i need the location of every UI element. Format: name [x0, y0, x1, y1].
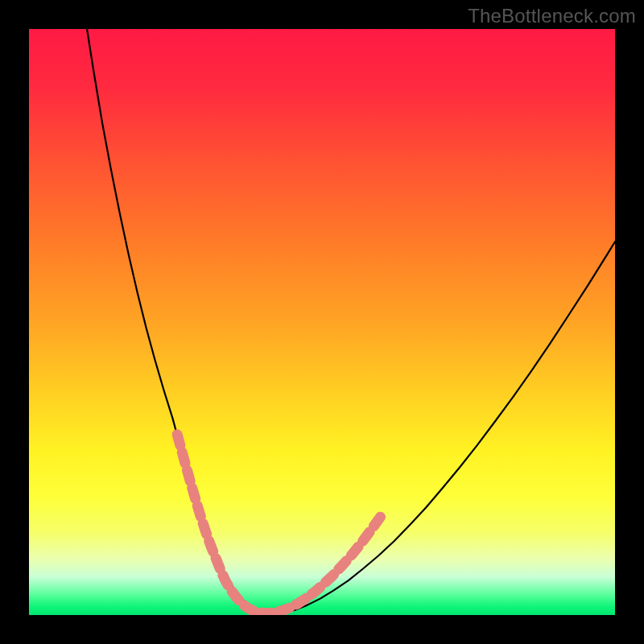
- gradient-background: [29, 29, 615, 615]
- plot-area: [29, 29, 615, 615]
- watermark-text: TheBottleneck.com: [468, 5, 636, 27]
- chart-frame: TheBottleneck.com: [0, 0, 644, 644]
- chart-svg: [29, 29, 615, 615]
